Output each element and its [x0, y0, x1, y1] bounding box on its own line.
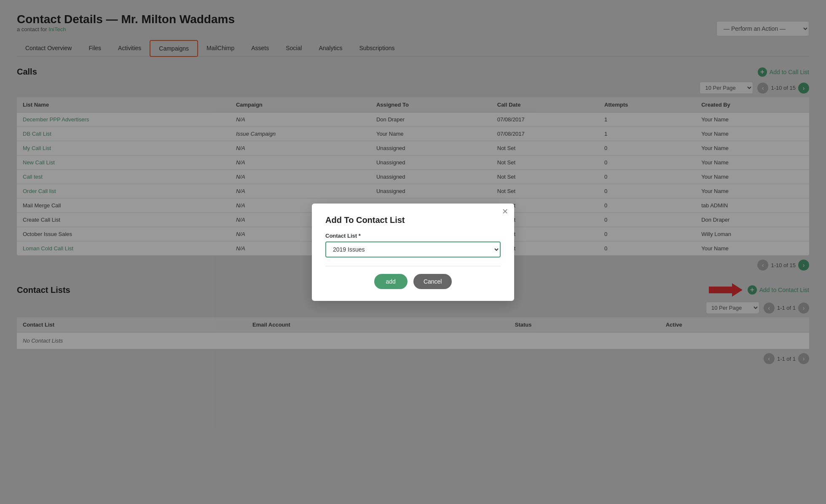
modal-cancel-button[interactable]: Cancel: [413, 274, 452, 289]
modal-title: Add To Contact List: [325, 215, 501, 225]
contact-list-field-label: Contact List *: [325, 233, 501, 239]
modal-close-button[interactable]: ✕: [502, 208, 508, 215]
modal-actions: add Cancel: [325, 274, 501, 289]
modal-overlay[interactable]: ✕ Add To Contact List Contact List * 201…: [0, 0, 826, 504]
add-to-contact-list-modal: ✕ Add To Contact List Contact List * 201…: [312, 204, 514, 301]
modal-add-button[interactable]: add: [374, 274, 408, 289]
contact-list-select[interactable]: 2019 Issues 2018 Issues Newsletter Promo…: [325, 241, 501, 257]
modal-divider: [325, 266, 501, 266]
